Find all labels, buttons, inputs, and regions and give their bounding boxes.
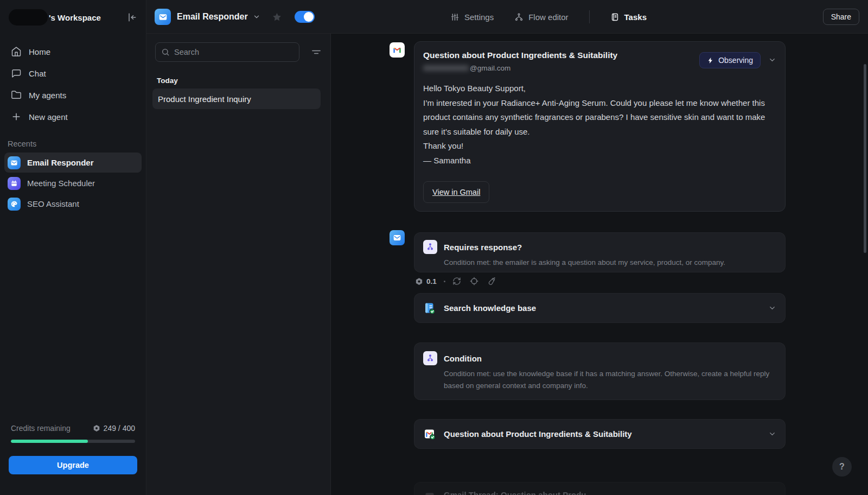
email-subject: Question about Product Ingredients & Sui… [423, 50, 699, 60]
speech-bubble-icon [11, 68, 22, 79]
branch-icon [423, 240, 437, 254]
help-button[interactable]: ? [832, 457, 852, 477]
email-body: Hello Tokyo Beauty Support, I’m interest… [423, 81, 776, 168]
email-trigger-card: Question about Product Ingredients & Sui… [414, 41, 786, 212]
task-group-heading: Today [157, 77, 178, 85]
step-title: Question about Product Ingredients & Sui… [444, 429, 768, 439]
recents-heading: Recents [8, 139, 146, 148]
step-meta-row: 0.1 [415, 277, 496, 285]
email-result-row[interactable]: Question about Product Ingredients & Sui… [414, 419, 786, 449]
toggle-knob [304, 12, 314, 22]
calendar-icon [8, 177, 21, 190]
step-title: Requires response? [444, 243, 522, 252]
sender-domain: @gmail.com [470, 64, 510, 72]
notebook-icon [610, 12, 620, 22]
branch-icon [423, 351, 437, 365]
email-body-line: Hello Tokyo Beauty Support, [423, 81, 776, 96]
agent-name-title: Email Responder [177, 12, 248, 22]
document-check-icon [423, 302, 436, 315]
palette-icon [8, 198, 21, 211]
credits-cost: 0.1 [415, 277, 437, 285]
sidebar-item-label: Chat [29, 69, 46, 78]
recent-agent-label: Meeting Scheduler [27, 179, 95, 188]
sidebar: 's Workspace Home Chat [0, 0, 146, 495]
email-sender: @gmail.com [423, 64, 699, 72]
sender-redacted [423, 65, 469, 71]
sidebar-item-my-agents[interactable]: My agents [0, 84, 146, 106]
credits-progress-bar [11, 440, 135, 443]
recent-agent-label: Email Responder [27, 158, 94, 167]
search-input[interactable] [174, 48, 293, 56]
condition-card[interactable]: Condition Condition met: use the knowled… [414, 342, 786, 400]
sidebar-item-chat[interactable]: Chat [0, 62, 146, 84]
panel-collapse-left-icon [126, 12, 137, 23]
step-title: Condition [444, 354, 482, 363]
sidebar-item-label: My agents [29, 91, 66, 100]
task-detail-main: Question about Product Ingredients & Sui… [331, 34, 868, 495]
house-icon [11, 46, 22, 57]
task-list-item[interactable]: Product Ingredient Inquiry [152, 88, 321, 109]
credits-section: Credits remaining 249 / 400 Upgrade [9, 424, 137, 474]
search-knowledge-base-row[interactable]: Search knowledge base [414, 293, 786, 323]
upgrade-button[interactable]: Upgrade [9, 456, 137, 474]
requires-response-card[interactable]: Requires response? Condition met: the em… [414, 232, 786, 272]
gmail-m-icon [423, 490, 436, 495]
gmail-check-icon [423, 428, 436, 441]
sliders-icon [450, 12, 459, 22]
step-subtitle: Condition met: the emailer is asking a q… [444, 257, 776, 269]
credits-value: 249 / 400 [93, 424, 135, 433]
node-tree-icon [514, 12, 524, 22]
filter-button[interactable] [311, 47, 322, 58]
refresh-icon[interactable] [452, 277, 461, 285]
workspace-suffix: 's Workspace [49, 13, 101, 22]
tab-tasks[interactable]: Tasks [610, 12, 647, 22]
plus-icon [11, 111, 22, 122]
email-body-line: Thank you! [423, 139, 776, 154]
recent-agent-meeting-scheduler[interactable]: Meeting Scheduler [4, 173, 142, 193]
sidebar-item-new-agent[interactable]: New agent [0, 106, 146, 128]
topbar: Email Responder Settings Flow editor [146, 0, 868, 34]
meta-dot-separator [444, 281, 445, 282]
favorite-star-icon[interactable] [272, 12, 282, 22]
topbar-divider [589, 10, 590, 23]
sidebar-item-label: New agent [29, 112, 68, 122]
sidebar-item-home[interactable]: Home [0, 41, 146, 62]
expand-chevron-down-icon[interactable] [768, 304, 776, 312]
gmail-m-icon [390, 42, 405, 58]
collapse-sidebar-button[interactable] [125, 11, 138, 24]
email-body-line: — Samantha [423, 154, 776, 168]
expand-chevron-down-icon[interactable] [768, 430, 776, 438]
workspace-name-redacted [9, 9, 48, 26]
crosshair-icon[interactable] [470, 277, 478, 285]
filter-lines-icon [311, 47, 322, 58]
email-card-chevron-down-icon[interactable] [768, 56, 776, 64]
test-tube-icon[interactable] [487, 277, 496, 285]
recent-agent-email-responder[interactable]: Email Responder [4, 153, 142, 173]
tab-label: Settings [464, 12, 494, 22]
step-title: Gmail Thread: Question about Produ [444, 490, 776, 495]
envelope-icon [8, 156, 21, 169]
search-box [155, 42, 299, 62]
recent-agent-label: SEO Assistant [27, 199, 79, 208]
hexagon-coin-icon [93, 424, 100, 432]
view-in-gmail-button[interactable]: View in Gmail [423, 181, 489, 203]
gmail-thread-row-partial[interactable]: Gmail Thread: Question about Produ [414, 482, 786, 495]
email-body-line: I’m interested in your Radiance+ Anti-Ag… [423, 96, 776, 139]
tab-flow-editor[interactable]: Flow editor [514, 12, 568, 22]
agent-enabled-toggle[interactable] [295, 11, 315, 23]
workspace-header: 's Workspace [0, 0, 146, 26]
status-badge-observing[interactable]: Observing [699, 52, 761, 68]
agent-menu-chevron-down-icon[interactable] [253, 13, 260, 21]
tab-settings[interactable]: Settings [450, 12, 494, 22]
step-title: Search knowledge base [444, 303, 768, 313]
magnifier-icon [161, 48, 170, 56]
lightning-bolt-icon [707, 57, 714, 64]
sidebar-item-label: Home [29, 47, 50, 56]
credits-label: Credits remaining [11, 424, 71, 433]
share-button[interactable]: Share [823, 9, 859, 25]
recent-agent-seo-assistant[interactable]: SEO Assistant [4, 194, 142, 214]
task-title: Product Ingredient Inquiry [158, 94, 251, 104]
credits-progress-fill [11, 440, 88, 443]
vertical-scrollbar[interactable] [864, 64, 866, 253]
agent-avatar-envelope-icon [155, 9, 171, 25]
